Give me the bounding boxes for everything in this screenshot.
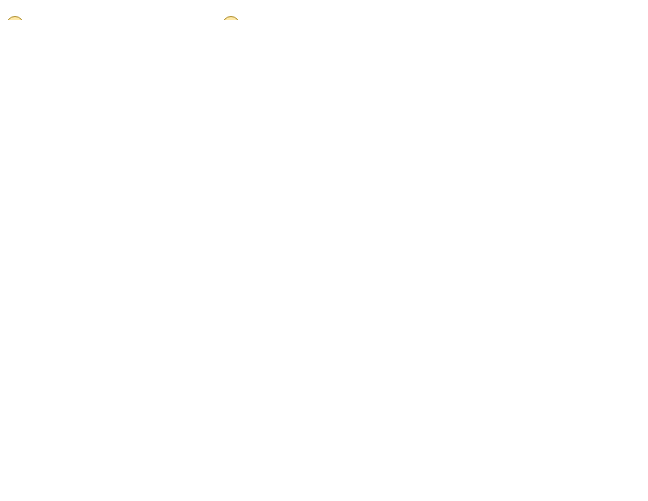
connector-lines: [0, 0, 648, 20]
badge-2: 2: [222, 16, 240, 20]
badge-1: 1: [6, 16, 24, 20]
